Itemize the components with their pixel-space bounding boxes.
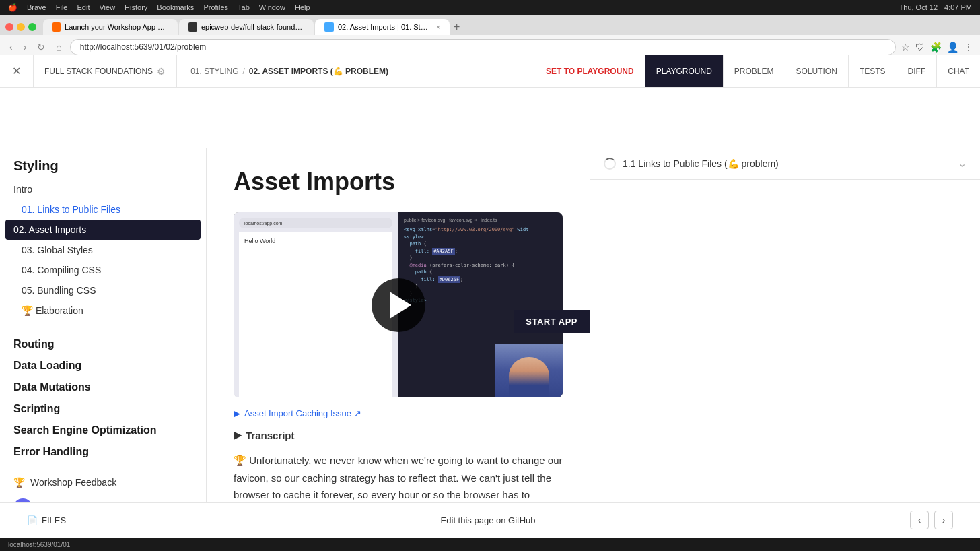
text-content: 🏆 Unfortunately, we never know when we'r… (234, 452, 563, 502)
main-layout: Styling Intro 01. Links to Public Files … (0, 148, 980, 502)
nav-icons: ☆ 🛡 🧩 👤 ⋮ (901, 42, 973, 53)
breadcrumb-separator: / (243, 67, 245, 76)
history-menu[interactable]: History (125, 3, 147, 12)
tab2-label: epicweb-dev/full-stack-foundatio... (201, 23, 304, 31)
sidebar-item-compiling-css[interactable]: 04. Compiling CSS (0, 260, 206, 280)
edit-menu[interactable]: Edit (77, 3, 90, 12)
files-button[interactable]: 📄 FILES (27, 515, 66, 525)
files-label: FILES (42, 515, 66, 525)
sidebar-item-intro[interactable]: Intro (0, 179, 206, 199)
video-player[interactable]: localhost/app.com Hello World ElementsNe… (234, 212, 563, 397)
breadcrumb-page: 02. ASSET IMPORTS (💪 PROBLEM) (249, 67, 388, 76)
settings-icon[interactable]: ⚙ (157, 66, 166, 77)
extensions-icon[interactable]: 🧩 (930, 42, 942, 53)
sidebar-category-scripting[interactable]: Scripting (0, 396, 206, 418)
forward-button[interactable]: › (21, 40, 30, 54)
close-sidebar-button[interactable]: ✕ (0, 55, 34, 88)
tab3-favicon (324, 22, 334, 32)
bookmark-icon[interactable]: ☆ (901, 42, 910, 53)
status-url: localhost:5639/01/01 (8, 541, 70, 548)
close-window-btn[interactable] (5, 23, 13, 31)
tab3-label: 02. Asset Imports | 01. Sty... (338, 23, 429, 31)
start-app-button[interactable]: START APP (514, 310, 590, 333)
status-bar: localhost:5639/01/01 (0, 538, 980, 551)
tab1-label: Launch your Workshop App Experi... (65, 23, 168, 31)
breadcrumb: 01. STYLING / 02. ASSET IMPORTS (💪 PROBL… (177, 67, 535, 76)
minimize-window-btn[interactable] (17, 23, 25, 31)
sidebar-item-links-public[interactable]: 01. Links to Public Files (0, 199, 206, 220)
app-name[interactable]: Brave (27, 3, 46, 12)
sidebar-category-data-mutations[interactable]: Data Mutations (0, 375, 206, 396)
sidebar-item-elaboration[interactable]: 🏆 Elaboration (0, 300, 206, 321)
tab-diff[interactable]: DIFF (897, 55, 937, 87)
time-display: 4:07 PM (944, 3, 972, 11)
breadcrumb-section: 01. STYLING (190, 67, 238, 76)
shield-icon[interactable]: 🛡 (915, 42, 925, 53)
bookmarks-menu[interactable]: Bookmarks (157, 3, 194, 12)
panel-item-1[interactable]: 1.1 Links to Public Files (💪 problem) ⌄ (590, 148, 980, 180)
home-button[interactable]: ⌂ (53, 40, 64, 54)
sidebar-item-your-account[interactable]: U Your Account (0, 493, 206, 502)
app-header: ✕ FULL STACK FOUNDATIONS ⚙ 01. STYLING /… (0, 55, 980, 88)
apple-icon[interactable]: 🍎 (8, 3, 18, 12)
app-title: FULL STACK FOUNDATIONS ⚙ (34, 55, 177, 87)
macos-bar: 🍎 Brave File Edit View History Bookmarks… (0, 0, 980, 15)
sidebar-category-seo[interactable]: Search Engine Optimization (0, 418, 206, 439)
play-triangle-icon (390, 292, 411, 319)
new-tab-button[interactable]: + (451, 21, 462, 33)
tab-chat[interactable]: CHAT (936, 55, 980, 87)
view-menu[interactable]: View (99, 3, 115, 12)
header-tabs: PLAYGROUND PROBLEM SOLUTION TESTS DIFF C… (645, 55, 980, 87)
refresh-button[interactable]: ↻ (34, 40, 48, 54)
sidebar-category-error-handling[interactable]: Error Handling (0, 439, 206, 461)
sidebar-item-workshop-feedback[interactable]: 🏆 Workshop Feedback (0, 472, 206, 493)
page-title: Asset Imports (234, 168, 563, 196)
files-icon: 📄 (27, 515, 38, 525)
tab-playground[interactable]: PLAYGROUND (645, 55, 723, 87)
tab-problem[interactable]: PROBLEM (723, 55, 785, 87)
next-page-button[interactable]: › (934, 511, 953, 529)
close-icon: ✕ (12, 65, 21, 77)
browser-tab-2[interactable]: epicweb-dev/full-stack-foundatio... (179, 19, 314, 35)
triangle-icon: ▶ (234, 429, 242, 441)
maximize-window-btn[interactable] (28, 23, 36, 31)
menu-icon[interactable]: ⋮ (964, 42, 973, 53)
help-menu[interactable]: Help (295, 3, 310, 12)
profiles-menu[interactable]: Profiles (203, 3, 228, 12)
back-button[interactable]: ‹ (7, 40, 15, 54)
workshop-feedback-label: Workshop Feedback (30, 477, 116, 488)
title-text: FULL STACK FOUNDATIONS (44, 67, 153, 76)
prev-page-button[interactable]: ‹ (910, 511, 929, 529)
address-bar[interactable]: http://localhost:5639/01/02/problem (70, 39, 896, 55)
play-button[interactable] (372, 278, 425, 332)
edit-github-link[interactable]: Edit this page on GitHub (441, 515, 536, 525)
profile-icon[interactable]: 👤 (947, 42, 958, 53)
set-playground-button[interactable]: SET TO PLAYGROUND (535, 67, 645, 76)
tab-menu[interactable]: Tab (238, 3, 250, 12)
browser-tab-3[interactable]: 02. Asset Imports | 01. Sty... × (315, 19, 450, 35)
video-link[interactable]: ▶ Asset Import Caching Issue ↗ (234, 408, 563, 418)
loading-icon (604, 158, 616, 170)
macos-status: Thu, Oct 12 4:07 PM (899, 3, 972, 11)
sidebar: Styling Intro 01. Links to Public Files … (0, 148, 207, 502)
macos-menu[interactable]: 🍎 Brave File Edit View History Bookmarks… (8, 3, 310, 12)
window-menu[interactable]: Window (259, 3, 285, 12)
browser-tab-1[interactable]: Launch your Workshop App Experi... (43, 19, 178, 35)
video-link-text: Asset Import Caching Issue ↗ (244, 408, 361, 418)
sidebar-item-bundling-css[interactable]: 05. Bundling CSS (0, 280, 206, 300)
transcript-toggle[interactable]: ▶ Transcript (234, 429, 563, 441)
right-panel: 1.1 Links to Public Files (💪 problem) ⌄ (590, 148, 980, 502)
sidebar-category-data-loading[interactable]: Data Loading (0, 353, 206, 375)
sidebar-item-asset-imports[interactable]: 02. Asset Imports (5, 220, 201, 240)
sidebar-section-styling: Styling (0, 148, 206, 179)
tab-tests[interactable]: TESTS (848, 55, 897, 87)
file-menu[interactable]: File (56, 3, 68, 12)
tab-solution[interactable]: SOLUTION (785, 55, 848, 87)
footer-navigation: ‹ › (910, 511, 953, 529)
sidebar-item-global-styles[interactable]: 03. Global Styles (0, 240, 206, 260)
video-play-overlay[interactable] (234, 212, 563, 397)
tab3-close[interactable]: × (436, 24, 440, 31)
expand-icon[interactable]: ⌄ (958, 157, 967, 170)
tab-bar: Launch your Workshop App Experi... epicw… (0, 15, 980, 35)
sidebar-category-routing[interactable]: Routing (0, 331, 206, 353)
